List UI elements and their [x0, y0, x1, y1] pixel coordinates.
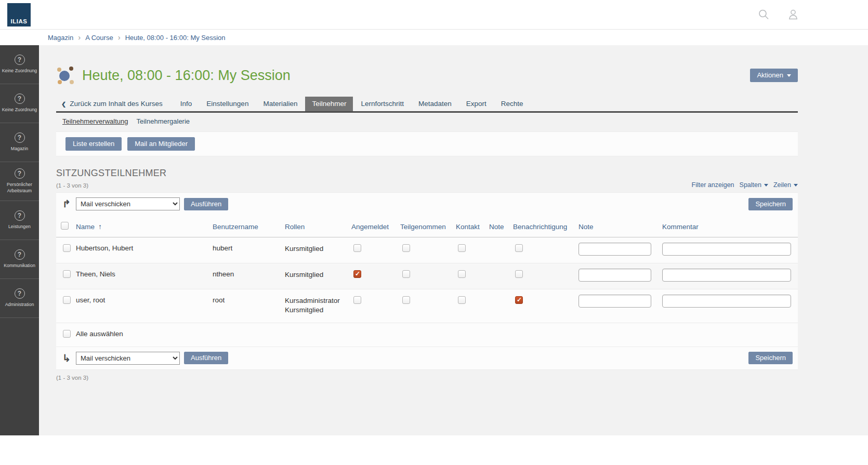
participant-name: user, root: [76, 289, 213, 323]
session-icon: [56, 66, 75, 85]
liste-erstellen-button[interactable]: Liste erstellen: [65, 137, 122, 151]
ilias-logo[interactable]: ILIAS: [7, 3, 31, 26]
note-input[interactable]: [578, 295, 651, 308]
tab-einstellungen[interactable]: Einstellungen: [200, 97, 255, 111]
speichern-button-bottom[interactable]: Speichern: [748, 352, 793, 364]
sidebar-item-leistungen[interactable]: Leistungen: [0, 201, 39, 240]
kontakt-checkbox[interactable]: [458, 270, 466, 278]
angemeldet-checkbox[interactable]: [353, 244, 361, 252]
question-circle-icon: [15, 288, 25, 299]
column-header-name[interactable]: Name: [76, 223, 102, 231]
sidebar-item-keine-zuordnung-1[interactable]: Keine Zuordnung: [0, 45, 39, 84]
note-input[interactable]: [578, 243, 651, 256]
question-circle-icon: [15, 94, 25, 104]
kommentar-input[interactable]: [662, 269, 791, 282]
subtab-bar: Teilnehmerverwaltung Teilnehmergalerie: [56, 113, 798, 125]
column-header-kontakt: Kontakt: [456, 215, 489, 237]
spalten-dropdown[interactable]: Spalten: [740, 181, 768, 189]
teilgenommen-checkbox[interactable]: [402, 296, 410, 304]
member-toolbar: Liste erstellen Mail an Mitglieder: [56, 131, 798, 156]
question-circle-icon: [15, 168, 25, 179]
select-all-checkbox-bottom[interactable]: [63, 330, 71, 338]
column-header-benachrichtigung: Benachrichtigung: [513, 215, 578, 237]
column-header-note: Note: [489, 215, 513, 237]
ausfuehren-button-bottom[interactable]: Ausführen: [184, 352, 228, 364]
bulk-actions-top: Mail verschicken Ausführen Speichern: [56, 193, 798, 215]
bulk-action-select-bottom[interactable]: Mail verschicken: [76, 352, 180, 365]
row-select-checkbox[interactable]: [63, 296, 71, 304]
table-row: user, root root Kursadministrator Kursmi…: [56, 289, 798, 323]
note-input[interactable]: [578, 269, 651, 282]
zeilen-dropdown[interactable]: Zeilen: [773, 181, 798, 189]
kommentar-input[interactable]: [662, 295, 791, 308]
participant-name: Hubertson, Hubert: [76, 237, 213, 263]
result-count-bottom: (1 - 3 von 3): [56, 375, 798, 381]
breadcrumb-session[interactable]: Heute, 08:00 - 16:00: My Session: [125, 34, 226, 42]
apply-above-arrow-icon: [61, 199, 72, 209]
sidebar-item-administration[interactable]: Administration: [0, 279, 39, 318]
tab-metadaten[interactable]: Metadaten: [412, 97, 458, 111]
sidebar-item-kommunikation[interactable]: Kommunikation: [0, 240, 39, 279]
angemeldet-checkbox[interactable]: [353, 296, 361, 304]
tab-teilnehmer[interactable]: Teilnehmer: [305, 97, 353, 111]
kontakt-checkbox[interactable]: [458, 296, 466, 304]
row-select-checkbox[interactable]: [63, 244, 71, 252]
benachrichtigung-checkbox[interactable]: [515, 270, 523, 278]
column-header-benutzername: Benutzername: [213, 215, 285, 237]
mail-an-mitglieder-button[interactable]: Mail an Mitglieder: [127, 137, 195, 151]
angemeldet-checkbox[interactable]: [353, 270, 361, 278]
participant-username: ntheen: [213, 263, 285, 289]
sidebar-item-keine-zuordnung-2[interactable]: Keine Zuordnung: [0, 84, 39, 123]
tab-export[interactable]: Export: [459, 97, 493, 111]
breadcrumb: Magazin › A Course › Heute, 08:00 - 16:0…: [0, 30, 868, 45]
chevron-down-icon: [787, 74, 791, 77]
main-area: Heute, 08:00 - 16:00: My Session Aktione…: [39, 45, 868, 435]
footer-strip: [0, 435, 868, 465]
participant-role: Kursmitglied: [285, 305, 348, 315]
participant-role: Kursadministrator: [285, 296, 348, 305]
search-icon[interactable]: [757, 8, 770, 21]
tab-info[interactable]: Info: [174, 97, 199, 111]
question-circle-icon: [15, 55, 25, 65]
table-header-row: Name Benutzername Rollen Angemeldet Teil…: [56, 215, 798, 237]
subtab-teilnehmerverwaltung[interactable]: Teilnehmerverwaltung: [61, 117, 129, 125]
table-row: Theen, Niels ntheen Kursmitglied: [56, 263, 798, 289]
teilgenommen-checkbox[interactable]: [402, 244, 410, 252]
benachrichtigung-checkbox[interactable]: [515, 244, 523, 252]
column-header-kommentar: Kommentar: [662, 215, 798, 237]
kommentar-input[interactable]: [662, 243, 791, 256]
ausfuehren-button-top[interactable]: Ausführen: [184, 198, 228, 210]
sidebar-item-magazin[interactable]: Magazin: [0, 123, 39, 162]
breadcrumb-magazin[interactable]: Magazin: [48, 34, 73, 42]
benachrichtigung-checkbox[interactable]: [515, 296, 523, 304]
row-select-checkbox[interactable]: [63, 270, 71, 278]
section-title: SITZUNGSTEILNEHMER: [56, 168, 798, 179]
sidebar-item-persoenlicher-arbeitsraum[interactable]: Persönlicher Arbeitsraum: [0, 162, 39, 201]
kontakt-checkbox[interactable]: [458, 244, 466, 252]
breadcrumb-a-course[interactable]: A Course: [85, 34, 113, 42]
result-count-top: (1 - 3 von 3): [56, 182, 88, 189]
teilgenommen-checkbox[interactable]: [402, 270, 410, 278]
participant-role: Kursmitglied: [285, 244, 348, 254]
sort-ascending-icon: [95, 223, 102, 231]
participant-username: root: [213, 289, 285, 323]
select-all-row: Alle auswählen: [56, 323, 798, 347]
speichern-button-top[interactable]: Speichern: [748, 198, 793, 210]
participants-table: Name Benutzername Rollen Angemeldet Teil…: [56, 215, 798, 346]
question-circle-icon: [15, 210, 25, 221]
subtab-teilnehmergalerie[interactable]: Teilnehmergalerie: [135, 117, 191, 125]
filter-anzeigen-link[interactable]: Filter anzeigen: [692, 181, 734, 189]
tab-materialien[interactable]: Materialien: [256, 97, 304, 111]
bulk-action-select-top[interactable]: Mail verschicken: [76, 197, 180, 210]
user-icon[interactable]: [787, 8, 799, 21]
tab-back-to-course-content[interactable]: Zurück zum Inhalt des Kurses: [57, 97, 169, 111]
column-header-note-input: Note: [578, 215, 662, 237]
breadcrumb-separator-icon: ›: [78, 33, 81, 41]
column-header-rollen: Rollen: [285, 215, 351, 237]
tab-rechte[interactable]: Rechte: [494, 97, 530, 111]
aktionen-button[interactable]: Aktionen: [750, 69, 798, 82]
main-sidebar: Keine Zuordnung Keine Zuordnung Magazin …: [0, 45, 39, 435]
top-bar: ILIAS: [0, 0, 868, 30]
tab-lernfortschritt[interactable]: Lernfortschritt: [354, 97, 411, 111]
select-all-checkbox-top[interactable]: [61, 222, 69, 230]
